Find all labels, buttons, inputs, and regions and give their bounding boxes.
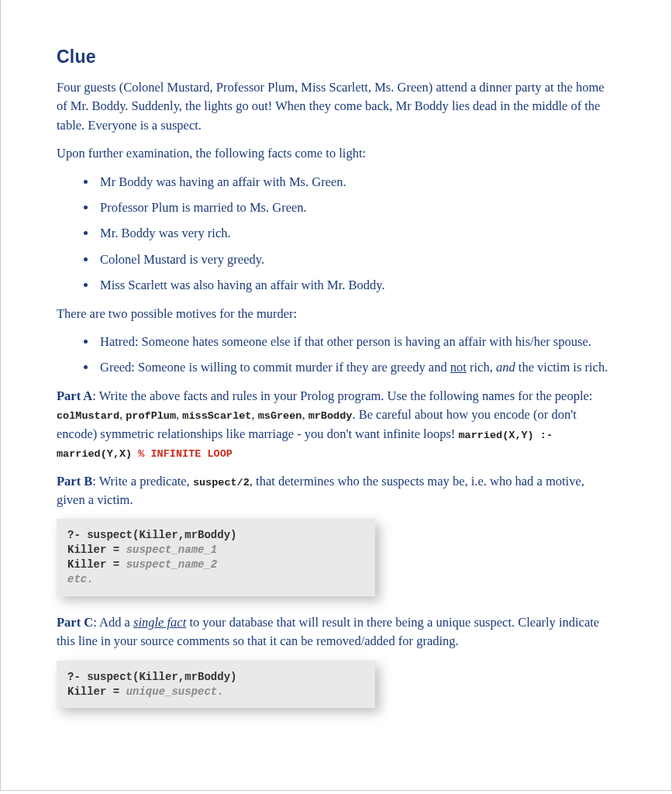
fact-item: Miss Scarlett was also having an affair … (97, 276, 615, 295)
part-c-label: Part C (57, 615, 93, 630)
code-line: Killer = (67, 685, 126, 698)
code-line: ?- suspect(Killer,mrBoddy) (67, 529, 236, 541)
part-a-label: Part A (57, 388, 92, 403)
motive-greed: Greed: Someone is willing to commit murd… (97, 358, 615, 377)
document-page: Clue Four guests (Colonel Mustard, Profe… (0, 0, 672, 791)
code-placeholder: suspect_name_1 (126, 544, 218, 556)
name-msgreen: msGreen (258, 410, 302, 422)
predicate-suspect: suspect/2 (193, 477, 250, 488)
fact-item: Mr Boddy was having an affair with Ms. G… (97, 173, 615, 192)
motives-list: Hatred: Someone hates someone else if th… (97, 333, 615, 378)
fact-item: Mr. Boddy was very rich. (97, 224, 615, 243)
page-title: Clue (57, 47, 615, 67)
loop-warning: % INFINITE LOOP (132, 448, 233, 460)
part-a-pre: : Write the above facts and rules in you… (92, 388, 592, 403)
part-b-label: Part B (57, 474, 92, 488)
code-etc: etc. (67, 573, 94, 585)
fact-item: Colonel Mustard is very greedy. (97, 250, 615, 269)
part-b-paragraph: Part B: Write a predicate, suspect/2, th… (57, 472, 615, 510)
motive-hatred: Hatred: Someone hates someone else if th… (97, 333, 615, 351)
part-c-pre: : Add a (93, 615, 133, 630)
single-fact: single fact (133, 615, 186, 630)
motive-greed-mid: rich, (467, 360, 496, 375)
name-missscarlet: missScarlet (182, 410, 251, 422)
code-placeholder: suspect_name_2 (126, 558, 218, 571)
part-a-paragraph: Part A: Write the above facts and rules … (57, 387, 615, 463)
code-line: Killer = (67, 558, 126, 571)
intro-paragraph: Four guests (Colonel Mustard, Professor … (57, 78, 615, 135)
code-line: Killer = (67, 544, 126, 556)
motive-greed-pre: Greed: Someone is willing to commit murd… (100, 360, 450, 375)
name-profplum: profPlum (126, 410, 176, 422)
fact-item: Professor Plum is married to Ms. Green. (97, 198, 615, 217)
facts-lead: Upon further examination, the following … (57, 144, 615, 163)
motive-greed-not: not (450, 360, 467, 375)
code-line: ?- suspect(Killer,mrBoddy) (67, 671, 236, 683)
code-placeholder: unique_suspect. (126, 685, 224, 698)
name-colmustard: colMustard (57, 410, 119, 422)
part-c-paragraph: Part C: Add a single fact to your databa… (57, 613, 615, 651)
motive-greed-and: and (496, 360, 515, 375)
code-block-c: ?- suspect(Killer,mrBoddy) Killer = uniq… (57, 661, 375, 709)
code-block-b: ?- suspect(Killer,mrBoddy) Killer = susp… (57, 519, 375, 596)
part-b-pre: : Write a predicate, (92, 474, 193, 488)
motive-greed-post: the victim is rich. (515, 360, 608, 375)
name-mrboddy: mrBoddy (308, 410, 353, 422)
motives-lead: There are two possible motives for the m… (57, 305, 615, 323)
facts-list: Mr Boddy was having an affair with Ms. G… (97, 173, 615, 295)
